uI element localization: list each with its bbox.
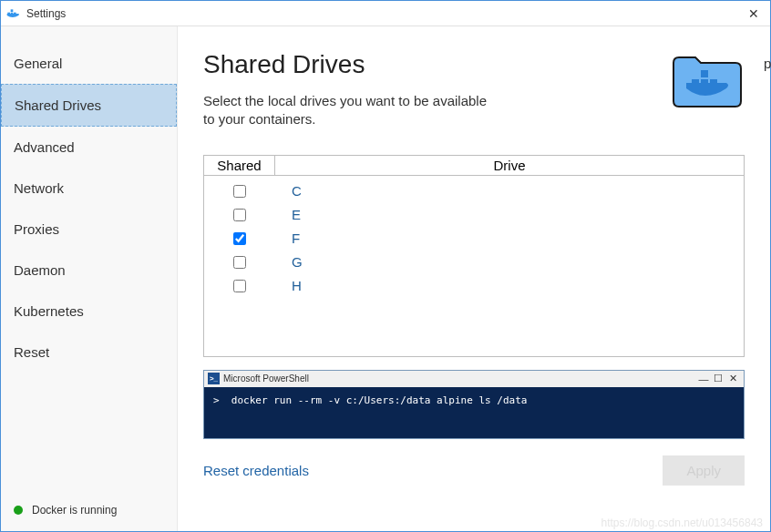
sidebar-item-label: General (14, 56, 62, 71)
main-panel: Shared Drives Select the local drives yo… (178, 26, 770, 531)
col-header-drive: Drive (275, 156, 744, 175)
sidebar: General Shared Drives Advanced Network P… (1, 26, 178, 531)
ps-close-button[interactable]: ✕ (725, 373, 740, 384)
drive-f-checkbox[interactable] (233, 232, 246, 245)
apply-button[interactable]: Apply (663, 455, 745, 486)
docker-whale-icon (6, 6, 21, 21)
ps-minimize-button[interactable]: — (696, 373, 711, 384)
sidebar-item-label: Reset (14, 344, 49, 360)
sidebar-item-general[interactable]: General (1, 43, 177, 84)
svg-rect-7 (701, 70, 708, 77)
status-text: Docker is running (32, 504, 117, 517)
sidebar-item-label: Proxies (14, 221, 59, 237)
powershell-command: > docker run --rm -v c:/Users:/data alpi… (204, 387, 744, 438)
shared-drives-folder-icon (668, 50, 745, 112)
sidebar-item-label: Daemon (14, 262, 66, 278)
ps-maximize-button[interactable]: ☐ (711, 373, 725, 384)
drive-label[interactable]: F (275, 230, 744, 246)
powershell-example-panel: >_ Microsoft PowerShell — ☐ ✕ > docker r… (203, 370, 745, 439)
window-title: Settings (26, 7, 66, 20)
sidebar-item-label: Shared Drives (15, 97, 101, 113)
sidebar-item-daemon[interactable]: Daemon (1, 250, 177, 291)
drive-row: G (204, 251, 744, 274)
powershell-titlebar: >_ Microsoft PowerShell — ☐ ✕ (204, 371, 744, 387)
sidebar-item-advanced[interactable]: Advanced (1, 127, 177, 168)
drive-label[interactable]: C (275, 183, 744, 199)
sidebar-item-label: Network (14, 180, 64, 196)
drive-h-checkbox[interactable] (233, 280, 246, 292)
col-header-shared: Shared (204, 156, 275, 175)
sidebar-item-proxies[interactable]: Proxies (1, 209, 177, 250)
bottom-bar: Reset credentials Apply (203, 455, 745, 486)
drive-label[interactable]: G (275, 254, 744, 270)
settings-window: Settings ✕ General Shared Drives Advance… (0, 0, 771, 532)
drives-table-header: Shared Drive (204, 156, 744, 176)
cropped-adjacent-window: p (764, 56, 771, 71)
status-running-icon (14, 506, 23, 515)
page-description: Select the local drives you want to be a… (203, 92, 495, 129)
drive-label[interactable]: H (275, 278, 744, 293)
sidebar-item-network[interactable]: Network (1, 168, 177, 209)
drive-row: C (204, 179, 744, 203)
svg-rect-3 (11, 9, 14, 12)
drive-row: F (204, 227, 744, 251)
sidebar-item-label: Kubernetes (14, 303, 84, 319)
drive-row: H (204, 274, 744, 298)
drive-row: E (204, 203, 744, 227)
sidebar-item-shared-drives[interactable]: Shared Drives (1, 84, 177, 127)
titlebar: Settings ✕ (1, 1, 770, 26)
reset-credentials-link[interactable]: Reset credentials (203, 463, 309, 478)
sidebar-item-kubernetes[interactable]: Kubernetes (1, 291, 177, 332)
drives-table: Shared Drive C E F (203, 155, 745, 357)
drive-label[interactable]: E (275, 207, 744, 222)
docker-status: Docker is running (1, 493, 177, 531)
drive-c-checkbox[interactable] (233, 185, 246, 198)
window-close-button[interactable]: ✕ (743, 3, 765, 25)
drive-e-checkbox[interactable] (233, 209, 246, 221)
powershell-icon: >_ (208, 373, 220, 384)
drive-g-checkbox[interactable] (233, 256, 246, 269)
sidebar-item-label: Advanced (14, 139, 75, 155)
page-title: Shared Drives (203, 50, 668, 79)
powershell-title: Microsoft PowerShell (223, 373, 309, 384)
sidebar-item-reset[interactable]: Reset (1, 332, 177, 373)
